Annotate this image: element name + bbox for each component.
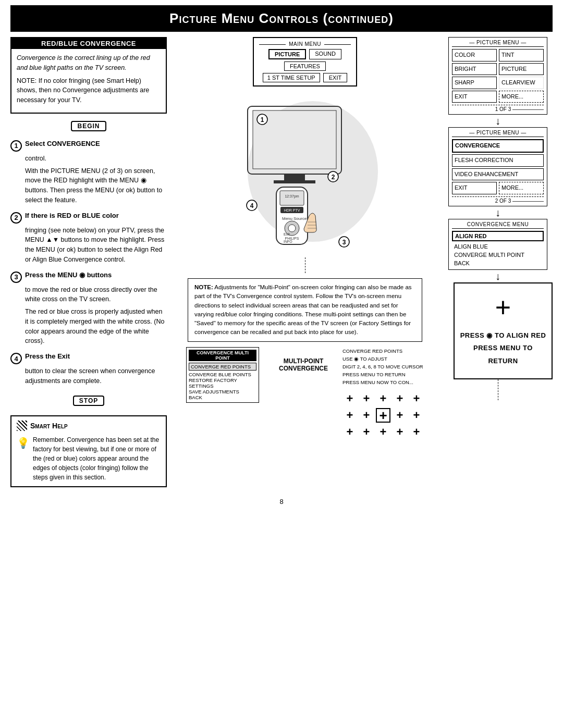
- sub-item-1: USE ◉ TO ADJUST: [342, 355, 424, 363]
- plus-cell: +: [393, 408, 407, 423]
- multipoint-screen: CONVERGENCE MULTI POINT CONVERGE RED POI…: [186, 347, 259, 403]
- intro-italic: Convergence is the correct lining up of …: [17, 53, 161, 73]
- main-menu-1sttime: 1 ST TIME SETUP: [263, 73, 320, 82]
- note-text: Adjustments for "Multi-Point" on-screen …: [194, 284, 412, 335]
- pm2-more: MORE...: [499, 182, 544, 194]
- plus-cell: +: [342, 391, 357, 406]
- note-section: NOTE: Adjustments for "Multi-Point" on-s…: [188, 278, 422, 342]
- right-column: MAIN MENU PICTURE SOUND FEATURES 1 ST TI…: [172, 37, 553, 487]
- page-title: Picture Menu Controls (continued): [169, 10, 394, 26]
- step-2-body: fringing (see note below) on your PTV, p…: [25, 226, 167, 265]
- pm1-picture: PICTURE: [499, 63, 544, 76]
- pm1-page: 1 OF 3 ——————: [452, 105, 544, 112]
- step-4-body: button to clear the screen when converge…: [25, 366, 167, 386]
- step-1: 1 Select CONVERGENCE control. With the P…: [10, 140, 167, 205]
- svg-text:2: 2: [332, 174, 335, 181]
- step-1-title: Select CONVERGENCE: [25, 140, 100, 147]
- svg-text:HDR PTV: HDR PTV: [284, 208, 300, 212]
- plus-cell: +: [376, 391, 390, 406]
- pm2-page: 2 OF 3 ——————: [452, 196, 544, 204]
- svg-text:1: 1: [261, 116, 264, 124]
- convergence-menu: CONVERGENCE MENU ALIGN RED ALIGN BLUE CO…: [448, 219, 547, 270]
- picture-menu-1: — PICTURE MENU — COLOR TINT BRIGHT PICTU…: [448, 37, 547, 115]
- svg-text:INFO: INFO: [284, 240, 292, 243]
- note-label: NOTE:: [194, 284, 213, 290]
- red-blue-convergence-box: RED/BLUE CONVERGENCE Convergence is the …: [10, 37, 167, 114]
- picture-menu-1-title: — PICTURE MENU —: [452, 40, 544, 47]
- pm1-exit: EXIT: [452, 91, 497, 103]
- plus-cell: +: [342, 408, 357, 423]
- plus-cell: +: [393, 425, 407, 439]
- conv-back: BACK: [452, 259, 544, 267]
- main-menu-features: FEATURES: [284, 61, 326, 71]
- sub-item-0: CONVERGE RED POINTS: [342, 347, 424, 355]
- step-1-number: 1: [10, 140, 22, 152]
- plus-cell-center: +: [376, 408, 390, 423]
- picture-menu-2-title: — PICTURE MENU —: [452, 130, 544, 137]
- pm2-exit: EXIT: [452, 182, 497, 194]
- align-press-text: PRESS ◉ TO ALIGN RED PRESS MENU TO RETUR…: [460, 329, 546, 368]
- step-4-title: Press the Exit: [25, 352, 70, 360]
- plus-cell: +: [393, 391, 407, 406]
- svg-text:3: 3: [342, 239, 346, 246]
- svg-text:4: 4: [250, 202, 254, 209]
- pm2-flesh: FLESH CORRECTION: [452, 154, 544, 167]
- multipoint-screen-title: CONVERGENCE MULTI POINT: [189, 350, 256, 361]
- pm1-sharp: SHARP: [452, 77, 497, 89]
- multipoint-instructions: CONVERGE RED POINTS USE ◉ TO ADJUST DIGI…: [342, 347, 424, 440]
- svg-rect-3: [284, 174, 305, 180]
- plus-cell: +: [409, 425, 424, 439]
- smart-help-title: Smart Help: [17, 421, 161, 431]
- bulb-icon: 💡: [17, 435, 30, 451]
- main-menu-picture: PICTURE: [268, 49, 306, 59]
- picture-menu-2: — PICTURE MENU — CONVERGENCE FLESH CORRE…: [448, 127, 547, 206]
- section-title: RED/BLUE CONVERGENCE: [11, 38, 166, 49]
- plus-cell: +: [409, 408, 424, 423]
- svg-text:Menu: Menu: [282, 216, 292, 221]
- pm1-bright: BRIGHT: [452, 63, 497, 76]
- intro-note: NOTE: If no color fringing (see Smart He…: [17, 76, 161, 105]
- multipoint-item-2: RESTORE FACTORY SETTINGS: [189, 377, 256, 389]
- tv-remote-illustration: 1 2 3 4 12:37pm PHILIPS: [232, 91, 378, 257]
- plus-cell: +: [359, 391, 374, 406]
- svg-point-22: [288, 225, 296, 232]
- smart-help-icon: [17, 421, 27, 431]
- pm2-convergence: CONVERGENCE: [452, 139, 544, 153]
- smart-help-body: Remember. Convergence has been set at th…: [33, 435, 161, 482]
- step-2-title: If there is RED or BLUE color: [25, 212, 119, 219]
- pm1-tint: TINT: [499, 49, 544, 61]
- step-3-body: to move the red or blue cross directly o…: [25, 285, 167, 347]
- svg-rect-4: [274, 180, 315, 183]
- pm1-color: COLOR: [452, 49, 497, 61]
- conv-align-red: ALIGN RED: [452, 231, 544, 241]
- align-area: + PRESS ◉ TO ALIGN RED PRESS MENU TO RET…: [454, 282, 553, 379]
- sub-item-4: PRESS MENU NOW TO CON...: [342, 378, 424, 386]
- page-header: Picture Menu Controls (continued): [10, 5, 553, 32]
- svg-rect-14: [280, 191, 304, 205]
- screens-column: — PICTURE MENU — COLOR TINT BRIGHT PICTU…: [443, 37, 553, 439]
- conv-multi: CONVERGE MULTI POINT: [452, 251, 544, 259]
- sub-item-2: DIGIT 2, 4, 6, 8 TO MOVE CURSOR: [342, 363, 424, 371]
- left-column: RED/BLUE CONVERGENCE Convergence is the …: [10, 37, 167, 487]
- stop-badge: STOP: [73, 396, 104, 406]
- main-menu-title: MAIN MENU: [286, 41, 324, 47]
- svg-text:12:37pm: 12:37pm: [285, 194, 299, 199]
- plus-cell: +: [342, 425, 357, 439]
- arrow-down-2: ↓: [495, 207, 500, 218]
- multipoint-highlighted: CONVERGE RED POINTS: [189, 363, 256, 371]
- plus-cell: +: [376, 425, 390, 439]
- step-1-body: control. With the PICTURE MENU (2 of 3) …: [25, 154, 167, 205]
- multipoint-area: CONVERGENCE MULTI POINT CONVERGE RED POI…: [186, 347, 424, 440]
- plus-cell: +: [409, 391, 424, 406]
- pm1-clearview: CLEARVIEW: [499, 77, 544, 89]
- sub-item-3: PRESS MENU TO RETURN: [342, 371, 424, 378]
- convergence-menu-title: CONVERGENCE MENU: [452, 221, 544, 229]
- smart-help-box: Smart Help 💡 Remember. Convergence has b…: [10, 415, 167, 487]
- pm1-more: MORE...: [499, 91, 544, 103]
- step-2-number: 2: [10, 212, 22, 224]
- page-number: 8: [0, 498, 563, 511]
- step-4: 4 Press the Exit button to clear the scr…: [10, 352, 167, 386]
- multipoint-item-3: SAVE ADJUSTMENTS: [189, 389, 256, 394]
- svg-text:Source: Source: [293, 216, 307, 221]
- main-menu-sound: SOUND: [309, 49, 341, 59]
